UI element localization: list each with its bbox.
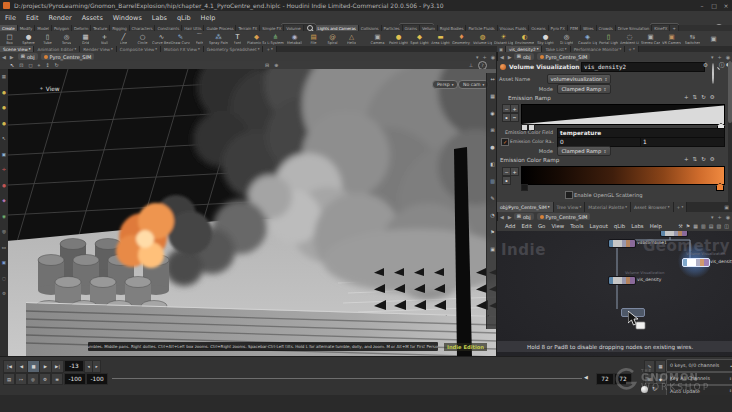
ramp-key-marker[interactable] — [521, 184, 528, 191]
tool-icon[interactable]: ↖ — [2, 137, 6, 142]
display-icon[interactable]: ● — [490, 145, 494, 150]
shelf-tool[interactable]: ▦ Grid — [76, 31, 95, 46]
tool-icon[interactable]: ▣ — [2, 261, 6, 266]
loop-icon[interactable]: ◎ — [27, 373, 39, 385]
range-slider[interactable] — [112, 378, 582, 379]
tool-icon[interactable]: ● — [2, 106, 6, 111]
view-mode-icon[interactable]: ◫ — [724, 223, 729, 229]
menu-item[interactable]: qLib — [614, 223, 625, 229]
menu-item[interactable]: Labs — [631, 223, 644, 229]
menu-item[interactable]: Help — [196, 14, 221, 22]
shelf-tool[interactable]: ◎ Torus — [57, 31, 76, 46]
keycam-icon[interactable]: ⊕ — [274, 62, 278, 68]
viewport-tool-icon[interactable]: ↖ — [10, 63, 14, 68]
menu-item[interactable]: Help — [650, 223, 662, 229]
add-icon[interactable]: + — [715, 54, 723, 60]
shelf-tool[interactable]: ⇆ Switcher — [682, 31, 703, 46]
viewport-canvas[interactable] — [8, 69, 497, 357]
shelf-tool[interactable]: ☀ Distant Light — [493, 31, 514, 46]
display-icon[interactable]: ◉ — [490, 111, 494, 116]
emission-color-range-checkbox[interactable]: ✓ — [501, 138, 509, 146]
tool-icon[interactable]: ▣ — [2, 153, 6, 158]
context-chip[interactable]: ⊞obj — [18, 53, 38, 60]
mode-select[interactable]: Clamped Ramp⇕ — [557, 84, 611, 94]
shelf-tool[interactable]: ◈ Caustic Light — [577, 31, 598, 46]
view-mode-icon[interactable]: ▤ — [709, 223, 714, 229]
reset-icon[interactable]: ↻ — [701, 94, 706, 100]
keys-info-dropdown[interactable]: 0 keys, 0/0 channels▴ — [666, 359, 732, 372]
ramp-add-button[interactable]: + — [510, 167, 519, 176]
node-name-field[interactable]: vis_density2 — [581, 62, 705, 72]
shelf-tool[interactable]: ♦ Geometry Light — [451, 31, 472, 46]
network-canvas[interactable]: Indie Geometry vdbcombine1 Volume Visual… — [497, 231, 732, 356]
shelf-tool[interactable]: ◐ Environment Light — [514, 31, 535, 46]
gear-icon[interactable]: ⚙ — [703, 62, 708, 68]
menu-item[interactable]: View — [551, 223, 564, 229]
context-chip[interactable]: ⊞obj — [514, 213, 534, 220]
forward-icon[interactable]: ▶ — [506, 214, 514, 220]
menu-item[interactable]: Edit — [521, 223, 531, 229]
settings-icon[interactable]: ⚙ — [39, 373, 51, 385]
shelf-tool[interactable]: ▤ File — [304, 31, 323, 46]
view-mode-icon[interactable]: ▧ — [717, 223, 722, 229]
tool-icon[interactable]: ● — [2, 91, 6, 96]
range-start-field[interactable]: -100 — [64, 373, 86, 385]
context-chip[interactable]: ⊞obj — [514, 53, 534, 60]
gear-icon[interactable]: ⚙ — [710, 156, 715, 162]
reset-icon[interactable]: ↻ — [701, 156, 706, 162]
params-scrollbar[interactable] — [728, 61, 732, 202]
update-mode-icon[interactable] — [641, 386, 648, 393]
mode2-select[interactable]: Clamped Ramp⇕ — [557, 146, 611, 156]
node-path-chip[interactable]: Pyro_Centre_SIM — [41, 53, 95, 60]
menu-item[interactable]: Tools — [570, 223, 583, 229]
menu-item[interactable]: Edit — [21, 14, 44, 22]
shelf-tool[interactable]: + Null — [95, 31, 114, 46]
view-mode-icon[interactable]: ▦ — [693, 223, 698, 229]
gear-icon[interactable]: ⚙ — [710, 94, 715, 100]
tool-icon[interactable]: ▭ — [2, 246, 6, 251]
ramp-add-button[interactable]: + — [510, 104, 519, 113]
node-path-chip[interactable]: Pyro_Centre_SIM — [537, 53, 591, 60]
menu-item[interactable]: Add — [505, 223, 515, 229]
add-point-icon[interactable]: + — [684, 156, 689, 162]
range-handle[interactable]: ◀ — [584, 374, 588, 380]
display-icon[interactable]: ▥ — [490, 179, 495, 184]
minimize-button[interactable]: – — [696, 2, 708, 9]
shelf-tool[interactable]: ╱ Line — [114, 31, 133, 46]
key-all-channels-dropdown[interactable]: Key All Channels⇕ — [666, 372, 732, 385]
menu-item[interactable]: qLib — [172, 14, 196, 22]
ramp-point-button[interactable]: ▪ — [502, 176, 511, 185]
wrench-icon[interactable]: ⚒ — [678, 223, 682, 229]
refresh-icon[interactable]: ↻ — [652, 385, 657, 392]
shelf-tool[interactable]: @ Spiral — [323, 31, 342, 46]
viewport-tool-icon[interactable]: ◻ — [28, 63, 32, 68]
tool-icon[interactable]: ⚙ — [2, 292, 6, 297]
pane-tab[interactable]: Material Palette▾ — [585, 202, 631, 212]
display-icon[interactable]: ◔ — [490, 213, 494, 218]
shelf-tool[interactable]: ◉ Metaball — [285, 31, 304, 46]
pane-tab[interactable]: Tree View▾ — [554, 202, 586, 212]
inc-frame-button[interactable]: ▸ — [92, 360, 101, 373]
add-point-icon[interactable]: + — [684, 94, 689, 100]
menu-item[interactable]: Layout — [589, 223, 607, 229]
shelf-tool[interactable]: ⁂ Spray Paint — [209, 31, 228, 46]
options-icon[interactable]: ≣ — [51, 373, 63, 385]
back-icon[interactable]: ◀ — [498, 54, 506, 60]
shelf-tool[interactable]: ▬ Area Light — [430, 31, 451, 46]
range-start2-field[interactable]: -100 — [86, 373, 108, 385]
emission-color-ramp-widget[interactable] — [521, 166, 725, 185]
tool-icon[interactable]: ◌ — [2, 277, 6, 282]
tool-icon[interactable]: ● — [2, 122, 6, 127]
shelf-tool[interactable]: ● Sky Light — [535, 31, 556, 46]
shelf-tool[interactable]: ◎ GI Light — [556, 31, 577, 46]
projection-selector[interactable]: Persp▾ — [432, 80, 458, 89]
shelf-tool[interactable]: □ Box — [0, 31, 19, 46]
key-icon[interactable]: ◆ — [655, 373, 666, 385]
menu-item[interactable]: Assets — [77, 14, 108, 22]
display-icon[interactable]: ◧ — [490, 162, 495, 167]
tool-icon[interactable]: ◉ — [2, 215, 6, 220]
emission-ramp-widget[interactable] — [521, 104, 725, 125]
network-node-vis-density[interactable] — [608, 276, 636, 285]
swap-icon[interactable]: ⇅ — [693, 156, 698, 162]
forward-icon[interactable]: ▶ — [506, 54, 514, 60]
